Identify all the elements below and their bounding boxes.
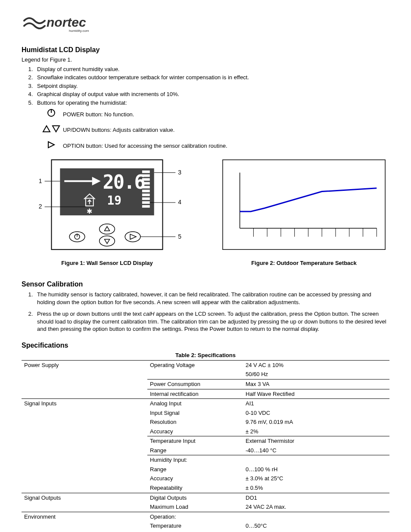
button-legend-row: UP/DOWN buttons: Adjusts calibration val… — [40, 124, 389, 136]
svg-rect-24 — [142, 205, 150, 208]
table-row: Range-40…140 °C — [22, 446, 389, 455]
table-row: Power ConsumptionMax 3 VA — [22, 379, 389, 389]
table-row: Humidity Input: — [22, 455, 389, 465]
calibration-item: The humidity sensor is factory calibrate… — [34, 291, 389, 306]
svg-rect-23 — [142, 201, 150, 204]
updown-icon — [40, 124, 63, 136]
table-caption: Table 2: Specifications — [22, 352, 389, 359]
legend-item: Setpoint display. — [34, 82, 389, 90]
figure-1: 20.6 19 ✱ — [22, 156, 193, 267]
calibration-item: Press the up or down buttons until the t… — [34, 310, 389, 333]
svg-rect-17 — [142, 178, 150, 181]
svg-rect-22 — [142, 197, 150, 200]
svg-text:19: 19 — [107, 193, 121, 208]
table-row: Input Signal0-10 VDC — [22, 408, 389, 418]
section-title-humidistat: Humidistat LCD Display — [22, 45, 389, 55]
table-row: EnvironmentOperation: — [22, 512, 389, 521]
calibration-list: The humidity sensor is factory calibrate… — [22, 291, 389, 333]
table-row: Maximum Load24 VAC 2A max. — [22, 502, 389, 512]
svg-rect-44 — [223, 160, 385, 249]
svg-text:5: 5 — [178, 233, 181, 240]
svg-rect-21 — [142, 193, 150, 196]
svg-text:✱: ✱ — [87, 208, 92, 215]
option-icon — [40, 140, 63, 152]
section-title-specs: Specifications — [22, 341, 389, 350]
button-legend-text: POWER button: No function. — [63, 110, 389, 118]
button-legend-row: OPTION button: Used for accessing the se… — [40, 140, 389, 152]
button-legend-text: OPTION button: Used for accessing the se… — [63, 141, 389, 150]
legend-list: Display of current humidity value.Snowfl… — [22, 65, 389, 107]
legend-item: Snowflake indicates outdoor temperature … — [34, 74, 389, 81]
table-row: 50/60 Hz — [22, 370, 389, 379]
table-row: Accuracy± 3.0% at 25°C — [22, 474, 389, 483]
svg-marker-5 — [48, 142, 54, 148]
power-icon — [40, 108, 63, 120]
svg-text:nortec: nortec — [47, 15, 86, 29]
svg-text:4: 4 — [178, 199, 181, 205]
svg-text:2: 2 — [39, 203, 42, 210]
table-row: Signal InputsAnalog InputAI1 — [22, 399, 389, 408]
table-row: Repeatability± 0.5% — [22, 483, 389, 493]
button-legend-text: UP/DOWN buttons: Adjusts calibration val… — [63, 125, 389, 134]
section-title-calibration: Sensor Calibration — [22, 280, 389, 289]
figure-2: Figure 2: Outdoor Temperature Setback — [218, 156, 389, 267]
svg-rect-16 — [142, 174, 150, 177]
svg-text:20.6: 20.6 — [103, 171, 145, 193]
figure-2-caption: Figure 2: Outdoor Temperature Setback — [218, 259, 389, 267]
button-legend-row: POWER button: No function. — [40, 108, 389, 120]
svg-text:1: 1 — [39, 177, 42, 184]
table-row: Range0…100 % rH — [22, 465, 389, 474]
svg-rect-15 — [142, 171, 150, 173]
brand-logo: nortec humidity.com — [22, 12, 389, 36]
svg-marker-3 — [43, 126, 50, 132]
table-row: Power SupplyOperating Voltage24 V AC ± 1… — [22, 360, 389, 370]
svg-rect-18 — [142, 182, 150, 185]
table-row: Internal rectificationHalf Wave Rectifie… — [22, 389, 389, 399]
svg-rect-19 — [142, 186, 150, 189]
svg-rect-20 — [142, 190, 150, 192]
table-row: Temperature InputExternal Thermistor — [22, 436, 389, 446]
legend-intro: Legend for Figure 1. — [22, 56, 389, 64]
svg-text:3: 3 — [178, 169, 181, 176]
svg-marker-4 — [53, 126, 59, 132]
legend-item: Graphical display of output value with i… — [34, 90, 389, 98]
legend-item: Buttons for operating the humidistat: — [34, 99, 389, 107]
specs-table: Power SupplyOperating Voltage24 V AC ± 1… — [22, 360, 389, 532]
legend-item: Display of current humidity value. — [34, 65, 389, 73]
logo-sub: humidity.com — [69, 29, 89, 33]
table-row: Accuracy± 2% — [22, 427, 389, 436]
figure-1-caption: Figure 1: Wall Sensor LCD Display — [22, 259, 193, 267]
table-row: Signal OutputsDigital OutputsDO1 — [22, 493, 389, 502]
table-row: Temperature0…50°C — [22, 521, 389, 531]
table-row: Resolution9.76 mV, 0.019 mA — [22, 417, 389, 427]
